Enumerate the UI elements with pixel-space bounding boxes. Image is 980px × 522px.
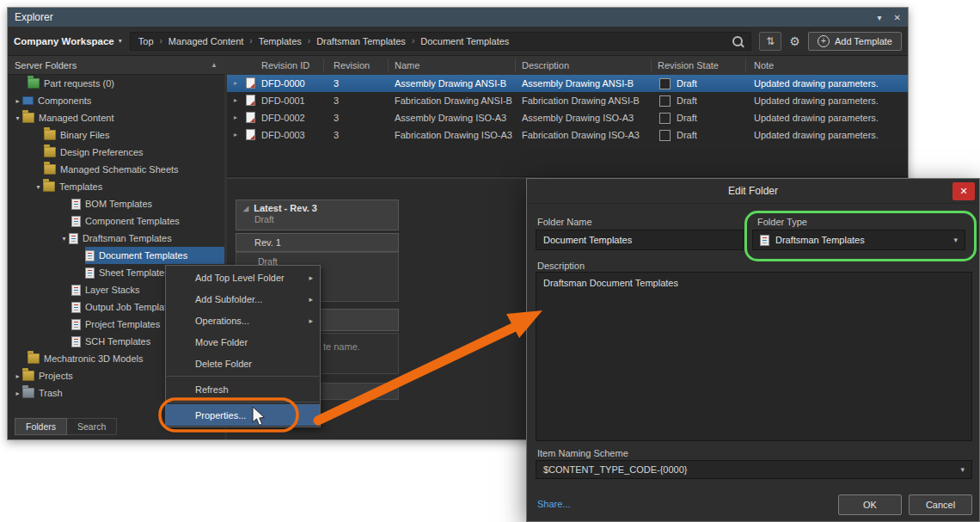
tree-item-bom-templates[interactable]: BOM Templates <box>8 195 224 212</box>
tree-item-components[interactable]: ▸Components <box>8 92 224 109</box>
row-expand-icon[interactable]: ▸ <box>234 109 237 126</box>
template-page-icon <box>71 199 81 210</box>
row-expand-icon[interactable]: ▸ <box>234 75 237 92</box>
menu-item-properties[interactable]: Properties... <box>166 404 320 426</box>
breadcrumb-item-managed-content[interactable]: Managed Content <box>168 36 243 46</box>
latest-revision-card[interactable]: ◢Latest - Rev. 3 Draft <box>236 200 399 230</box>
state-checkbox[interactable] <box>659 130 671 141</box>
state-checkbox[interactable] <box>659 78 671 89</box>
dialog-close-button[interactable]: ✕ <box>952 182 975 200</box>
tree-item-managed-content[interactable]: ▾Managed Content <box>8 109 224 126</box>
expand-collapsed-icon[interactable]: ▸ <box>13 390 22 397</box>
add-template-button[interactable]: + Add Template <box>808 32 902 51</box>
latest-marker-icon: ◢ <box>243 205 248 212</box>
part-requests-icon <box>28 78 40 89</box>
cell-description: Assembly Drawing ANSI-B <box>522 75 634 92</box>
cell-name: Fabrication Drawing ANSI-B <box>395 92 512 109</box>
tree-item-managed-schematic-sheets[interactable]: Managed Schematic Sheets <box>8 161 224 178</box>
cell-state: Draft <box>677 92 697 109</box>
panel-close-icon[interactable]: ✕ <box>894 13 901 22</box>
folder-icon <box>22 371 34 381</box>
cell-revision: 3 <box>334 75 339 92</box>
cell-state: Draft <box>677 109 697 126</box>
tree-item-templates[interactable]: ▾Templates <box>8 178 224 195</box>
menu-separator <box>167 376 319 377</box>
column-name[interactable]: Name <box>395 56 420 75</box>
expand-open-icon[interactable]: ▾ <box>59 235 69 243</box>
table-row[interactable]: ▸ DFD-0002 3 Assembly Drawing ISO-A3 Ass… <box>227 109 908 126</box>
cancel-button[interactable]: Cancel <box>909 494 972 515</box>
template-page-icon <box>85 267 95 279</box>
menu-item-add-top-level-folder[interactable]: Add Top Level Folder▸ <box>166 267 320 288</box>
state-checkbox[interactable] <box>659 95 671 107</box>
panel-menu-icon[interactable]: ▾ <box>878 13 882 22</box>
table-row[interactable]: ▸ DFD-0001 3 Fabrication Drawing ANSI-B … <box>227 92 908 109</box>
menu-separator <box>167 402 319 402</box>
breadcrumb-item-draftsman-templates[interactable]: Draftsman Templates <box>316 36 406 46</box>
table-row[interactable]: ▸ DFD-0003 3 Fabrication Drawing ISO-A3 … <box>227 126 908 144</box>
trash-icon <box>22 388 34 398</box>
breadcrumb-item-top[interactable]: Top <box>138 36 154 46</box>
item-naming-scheme-dropdown[interactable]: $CONTENT_TYPE_CODE-{0000} ▾ <box>536 460 972 479</box>
breadcrumb-item-document-templates[interactable]: Document Templates <box>420 36 509 46</box>
table-header: Revision ID Revision Name Description Re… <box>227 56 908 76</box>
expand-open-icon[interactable]: ▾ <box>34 183 43 191</box>
breadcrumb-separator-icon: › <box>308 36 310 46</box>
sync-button[interactable]: ⇅ <box>759 32 781 51</box>
expand-collapsed-icon[interactable]: ▸ <box>13 97 22 105</box>
tree-item-document-templates[interactable]: Document Templates <box>8 247 224 264</box>
settings-gear-icon[interactable]: ⚙ <box>789 34 800 48</box>
menu-item-refresh[interactable]: Refresh <box>166 378 320 400</box>
document-icon <box>246 129 255 140</box>
workspace-selector[interactable]: Company Workspace ▾ <box>14 36 122 46</box>
column-separator <box>515 58 516 72</box>
column-separator <box>388 58 389 72</box>
cell-note: Updated drawing parameters. <box>754 109 879 126</box>
column-revision-state[interactable]: Revision State <box>658 56 719 75</box>
ok-button[interactable]: OK <box>838 494 902 515</box>
document-icon <box>246 112 255 123</box>
latest-revision-state: Draft <box>236 213 398 224</box>
row-expand-icon[interactable]: ▸ <box>234 126 237 144</box>
tree-item-design-preferences[interactable]: Design Preferences <box>8 144 224 161</box>
menu-item-operations[interactable]: Operations...▸ <box>166 310 320 331</box>
state-checkbox[interactable] <box>659 113 671 124</box>
column-revision[interactable]: Revision <box>334 56 370 75</box>
share-link[interactable]: Share... <box>537 499 571 509</box>
folder-type-dropdown[interactable]: Draftsman Templates ▾ <box>752 230 965 250</box>
cell-revision: 3 <box>334 126 339 144</box>
menu-item-delete-folder[interactable]: Delete Folder <box>166 353 320 374</box>
breadcrumb-item-templates[interactable]: Templates <box>259 36 302 46</box>
workspace-dropdown-icon: ▾ <box>119 37 122 45</box>
revision-1-card[interactable]: Rev. 1 <box>236 233 399 252</box>
search-icon[interactable] <box>732 36 743 46</box>
tree-item-binary-files[interactable]: Binary Files <box>8 126 224 144</box>
cell-revision-id: DFD-0002 <box>261 109 305 126</box>
menu-item-add-subfolder[interactable]: Add Subfolder...▸ <box>166 288 320 310</box>
cell-revision: 3 <box>334 92 339 109</box>
column-description[interactable]: Description <box>522 56 569 75</box>
folder-name-input[interactable] <box>536 230 744 250</box>
description-textarea[interactable]: Draftsman Document Templates <box>536 272 972 441</box>
menu-item-move-folder[interactable]: Move Folder <box>166 331 320 353</box>
description-label: Description <box>537 261 585 271</box>
tree-item-part-requests[interactable]: Part requests (0) <box>8 75 224 92</box>
column-note[interactable]: Note <box>754 56 774 75</box>
collapse-icon[interactable]: ▲ <box>211 61 217 69</box>
cell-note: Updated drawing parameters. <box>754 92 879 109</box>
expand-collapsed-icon[interactable]: ▸ <box>13 372 22 380</box>
tree-item-component-templates[interactable]: Component Templates <box>8 212 224 230</box>
tab-folders[interactable]: Folders <box>15 418 67 435</box>
tab-search[interactable]: Search <box>67 418 117 435</box>
expand-open-icon[interactable]: ▾ <box>13 114 22 122</box>
tree-item-draftsman-templates[interactable]: ▾Draftsman Templates <box>8 230 224 247</box>
column-revision-id[interactable]: Revision ID <box>261 56 309 75</box>
folder-icon <box>28 353 40 364</box>
cell-state: Draft <box>677 126 697 144</box>
toolbar: Company Workspace ▾ Top › Managed Conten… <box>8 27 908 56</box>
item-naming-scheme-value: $CONTENT_TYPE_CODE-{0000} <box>543 464 688 475</box>
table-row[interactable]: ▸ DFD-0000 3 Assembly Drawing ANSI-B Ass… <box>227 75 908 92</box>
column-separator <box>323 58 324 72</box>
row-expand-icon[interactable]: ▸ <box>234 92 237 109</box>
dialog-title: Edit Folder <box>728 185 778 197</box>
